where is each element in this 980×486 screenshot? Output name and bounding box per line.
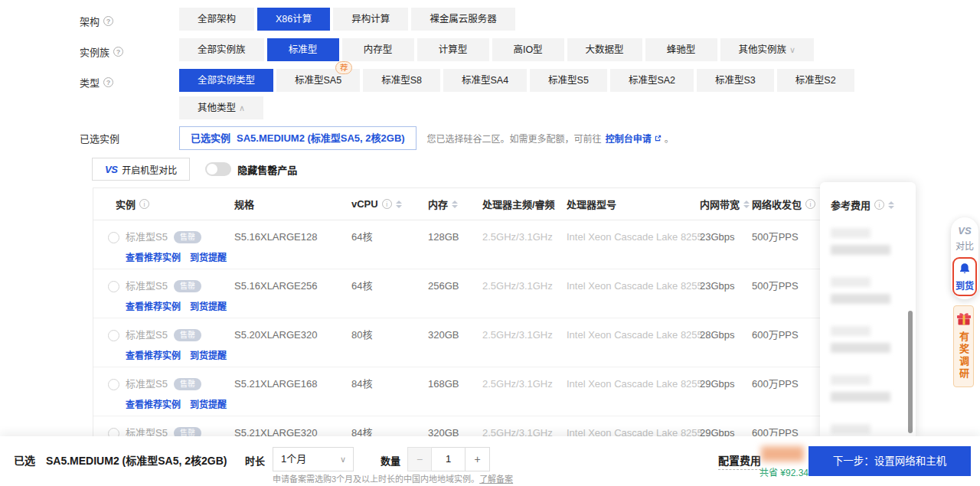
arrival-remind-link[interactable]: 到货提醒 [190, 398, 227, 412]
memory-cell: 320GB [428, 328, 482, 342]
price-blurred-value [831, 277, 890, 304]
type-option-sa5[interactable]: 标准型SA5荐 [276, 69, 360, 92]
family-option-all[interactable]: 全部实例族 [179, 38, 264, 61]
type-option-s5[interactable]: 标准型S5 [530, 69, 607, 92]
arrival-remind-link[interactable]: 到货提醒 [190, 300, 227, 314]
type-option-sa4[interactable]: 标准型SA4 [443, 69, 527, 92]
arch-option-all[interactable]: 全部架构 [179, 8, 254, 31]
recommend-badge: 荐 [335, 61, 352, 74]
sort-icon[interactable] [452, 201, 458, 208]
arrival-notify-button[interactable]: 到货 [952, 257, 977, 296]
bandwidth-cell: 23Gbps [700, 279, 752, 293]
chevron-down-icon: ∨ [340, 448, 346, 471]
type-option-sa2[interactable]: 标准型SA2 [610, 69, 694, 92]
selected-instance-box: 已选实例SA5.MEDIUM2 (标准型SA5, 2核2GB) [179, 126, 416, 150]
freq-cell: 2.5GHz/3.1GHz [482, 328, 567, 342]
header-price: 参考费用 i [820, 182, 916, 212]
filter-row-type-more: 其他类型∧ [179, 96, 854, 119]
type-label-text: 类型 [80, 75, 100, 90]
view-recommend-link[interactable]: 查看推荐实例 [126, 300, 181, 314]
memory-cell: 256GB [428, 279, 482, 293]
price-blurred-value [831, 326, 890, 353]
view-recommend-link[interactable]: 查看推荐实例 [126, 398, 181, 412]
arch-option-heterogeneous[interactable]: 异构计算 [333, 8, 408, 31]
price-blurred-value [831, 375, 890, 402]
table-row: 标准型S5售罄 查看推荐实例到货提醒 S5.21XLARGE168 84核 16… [93, 367, 914, 416]
compare-mode-button[interactable]: VS 开启机型对比 [92, 158, 190, 181]
family-option-memory[interactable]: 内存型 [342, 38, 414, 61]
filter-row-family: 实例族 ? 全部实例族 标准型 内存型 计算型 高IO型 大数据型 蜂驰型 其他… [0, 38, 854, 61]
spec-cell: S5.21XLARGE168 [234, 377, 351, 391]
freq-cell: 2.5GHz/3.1GHz [482, 230, 567, 244]
arrival-remind-link[interactable]: 到货提醒 [190, 349, 227, 363]
quantity-minus-button[interactable]: − [407, 447, 432, 471]
sort-icon[interactable] [396, 201, 402, 208]
instance-cell: 标准型S5售罄 查看推荐实例到货提醒 [93, 230, 234, 265]
instance-cell: 标准型S5售罄 查看推荐实例到货提醒 [93, 279, 234, 314]
vs-icon[interactable]: VS [951, 225, 978, 236]
chevron-down-icon: ∨ [789, 45, 795, 54]
row-radio[interactable] [108, 330, 119, 341]
arrival-remind-link[interactable]: 到货提醒 [190, 251, 227, 265]
soldout-badge: 售罄 [174, 378, 201, 390]
sort-icon[interactable] [743, 201, 750, 208]
bell-icon [959, 263, 971, 275]
vcpu-cell: 64核 [351, 279, 428, 293]
chevron-up-icon: ∧ [239, 103, 245, 113]
filing-learn-link[interactable]: 了解备案 [479, 475, 513, 484]
family-option-standard[interactable]: 标准型 [267, 38, 339, 61]
row-radio[interactable] [108, 379, 119, 390]
type-option-s2[interactable]: 标准型S2 [777, 69, 854, 92]
row-radio[interactable] [108, 232, 119, 243]
table-scrollbar[interactable] [908, 311, 913, 433]
compare-float-label[interactable]: 对比 [951, 239, 978, 252]
pps-cell: 500万PPS [752, 230, 822, 244]
header-freq-text: 处理器主频/睿频 [482, 197, 555, 211]
survey-button[interactable]: 有奖调研 [953, 305, 974, 387]
info-icon[interactable]: i [139, 199, 149, 209]
help-icon[interactable]: ? [113, 47, 123, 57]
family-label: 实例族 ? [80, 38, 179, 59]
family-option-more-text: 其他实例族 [739, 44, 787, 55]
view-recommend-link[interactable]: 查看推荐实例 [126, 349, 181, 363]
hide-soldout-toggle[interactable] [205, 162, 231, 176]
console-apply-link[interactable]: 控制台申请 [606, 132, 652, 145]
header-instance: 实例i [93, 197, 234, 211]
type-option-s3[interactable]: 标准型S3 [697, 69, 774, 92]
price-blurred-value [831, 228, 890, 255]
toggle-knob [207, 164, 217, 175]
view-recommend-link[interactable]: 查看推荐实例 [126, 251, 181, 265]
selected-instance-label: 已选实例 [80, 131, 179, 145]
arch-option-x86[interactable]: X86计算 [257, 8, 330, 31]
header-pps: 网络收发包i [752, 197, 822, 211]
type-option-s8[interactable]: 标准型S8 [363, 69, 440, 92]
help-icon[interactable]: ? [103, 16, 113, 26]
help-icon[interactable]: ? [103, 77, 113, 87]
architecture-label-text: 架构 [80, 14, 100, 28]
family-option-swift[interactable]: 蜂驰型 [645, 38, 717, 61]
family-option-compute[interactable]: 计算型 [417, 38, 489, 61]
type-option-all[interactable]: 全部实例类型 [179, 69, 273, 92]
family-option-bigdata[interactable]: 大数据型 [567, 38, 642, 61]
arch-option-baremetal[interactable]: 裸金属云服务器 [411, 8, 515, 31]
cost-label[interactable]: 配置费用 [718, 452, 761, 470]
selected-instance-box-value: SA5.MEDIUM2 (标准型SA5, 2核2GB) [237, 132, 405, 144]
pps-cell: 600万PPS [752, 328, 822, 342]
family-option-more[interactable]: 其他实例族∨ [720, 38, 815, 61]
filing-helper-text: 申请备案需选购3个月及以上时长的中国内地地域实例。了解备案 [273, 472, 513, 484]
header-freq: 处理器主频/睿频 [482, 197, 567, 211]
sort-icon[interactable] [888, 201, 894, 209]
info-icon[interactable]: i [874, 200, 884, 210]
quantity-input[interactable]: 1 [432, 447, 466, 471]
hide-soldout-label: 隐藏售罄产品 [237, 162, 297, 177]
info-icon[interactable]: i [805, 199, 815, 209]
quantity-plus-button[interactable]: + [466, 447, 490, 471]
filter-row-type: 类型 ? 全部实例类型 标准型SA5荐 标准型S8 标准型SA4 标准型S5 标… [0, 69, 854, 92]
cost-blurred-value [761, 446, 804, 462]
duration-select[interactable]: 1个月 ∨ [273, 447, 354, 471]
next-step-button[interactable]: 下一步：设置网络和主机 [808, 446, 971, 476]
type-more-button[interactable]: 其他类型∧ [179, 96, 263, 119]
row-radio[interactable] [108, 281, 119, 292]
info-icon[interactable]: i [382, 199, 392, 209]
family-option-highio[interactable]: 高IO型 [492, 38, 564, 61]
